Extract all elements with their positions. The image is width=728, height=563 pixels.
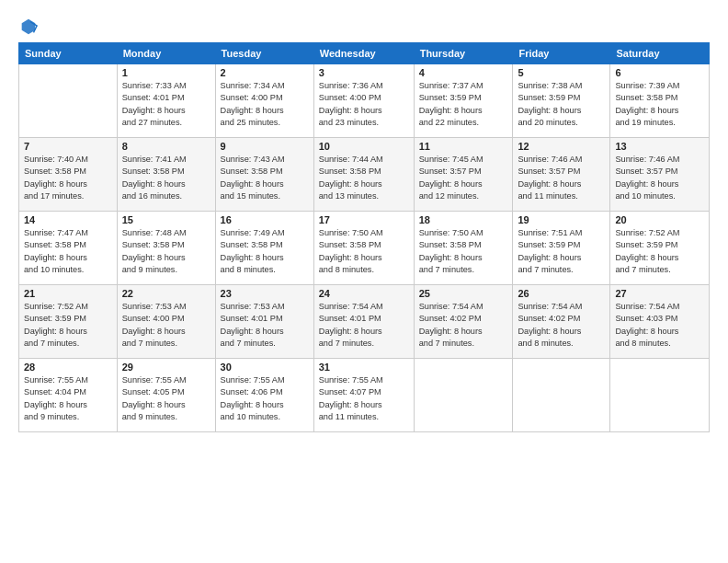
day-number: 9 — [221, 141, 309, 152]
calendar-cell: 3Sunrise: 7:36 AM Sunset: 4:00 PM Daylig… — [313, 64, 414, 138]
day-number: 17 — [319, 214, 409, 225]
day-info: Sunrise: 7:50 AM Sunset: 3:58 PM Dayligh… — [419, 227, 508, 276]
day-number: 19 — [518, 214, 605, 225]
day-info: Sunrise: 7:39 AM Sunset: 3:58 PM Dayligh… — [615, 80, 704, 129]
day-info: Sunrise: 7:46 AM Sunset: 3:57 PM Dayligh… — [518, 154, 605, 202]
week-row-5: 28Sunrise: 7:55 AM Sunset: 4:04 PM Dayli… — [19, 359, 710, 432]
day-number: 14 — [24, 214, 112, 225]
day-number: 20 — [615, 214, 704, 225]
day-info: Sunrise: 7:44 AM Sunset: 3:58 PM Dayligh… — [319, 154, 409, 202]
calendar-cell — [414, 359, 513, 432]
day-number: 27 — [615, 288, 704, 299]
calendar-cell: 16Sunrise: 7:49 AM Sunset: 3:58 PM Dayli… — [215, 212, 313, 285]
calendar-cell: 2Sunrise: 7:34 AM Sunset: 4:00 PM Daylig… — [215, 64, 313, 138]
day-number: 16 — [221, 214, 309, 225]
calendar-cell: 12Sunrise: 7:46 AM Sunset: 3:57 PM Dayli… — [513, 138, 610, 212]
weekday-header-saturday: Saturday — [610, 43, 710, 64]
calendar-cell: 11Sunrise: 7:45 AM Sunset: 3:57 PM Dayli… — [414, 138, 513, 212]
calendar-cell: 29Sunrise: 7:55 AM Sunset: 4:05 PM Dayli… — [117, 359, 215, 432]
day-number: 26 — [518, 288, 605, 299]
calendar-cell: 17Sunrise: 7:50 AM Sunset: 3:58 PM Dayli… — [313, 212, 414, 285]
day-number: 29 — [122, 362, 210, 373]
calendar-cell: 20Sunrise: 7:52 AM Sunset: 3:59 PM Dayli… — [610, 212, 710, 285]
day-number: 3 — [319, 67, 409, 78]
calendar-cell — [610, 359, 710, 432]
day-info: Sunrise: 7:38 AM Sunset: 3:59 PM Dayligh… — [518, 80, 605, 129]
weekday-header-thursday: Thursday — [414, 43, 513, 64]
day-info: Sunrise: 7:55 AM Sunset: 4:06 PM Dayligh… — [221, 374, 309, 423]
calendar-cell: 13Sunrise: 7:46 AM Sunset: 3:57 PM Dayli… — [610, 138, 710, 212]
calendar-cell: 30Sunrise: 7:55 AM Sunset: 4:06 PM Dayli… — [215, 359, 313, 432]
day-info: Sunrise: 7:45 AM Sunset: 3:57 PM Dayligh… — [419, 154, 508, 202]
day-info: Sunrise: 7:54 AM Sunset: 4:02 PM Dayligh… — [518, 301, 605, 350]
day-info: Sunrise: 7:54 AM Sunset: 4:01 PM Dayligh… — [319, 301, 409, 350]
day-number: 23 — [221, 288, 309, 299]
calendar-cell: 15Sunrise: 7:48 AM Sunset: 3:58 PM Dayli… — [117, 212, 215, 285]
day-number: 25 — [419, 288, 508, 299]
calendar-cell: 10Sunrise: 7:44 AM Sunset: 3:58 PM Dayli… — [313, 138, 414, 212]
calendar-cell: 23Sunrise: 7:53 AM Sunset: 4:01 PM Dayli… — [215, 285, 313, 359]
weekday-header-sunday: Sunday — [19, 43, 118, 64]
day-info: Sunrise: 7:36 AM Sunset: 4:00 PM Dayligh… — [319, 80, 409, 129]
calendar-cell: 26Sunrise: 7:54 AM Sunset: 4:02 PM Dayli… — [513, 285, 610, 359]
calendar-cell: 4Sunrise: 7:37 AM Sunset: 3:59 PM Daylig… — [414, 64, 513, 138]
week-row-4: 21Sunrise: 7:52 AM Sunset: 3:59 PM Dayli… — [19, 285, 710, 359]
day-info: Sunrise: 7:50 AM Sunset: 3:58 PM Dayligh… — [319, 227, 409, 276]
day-info: Sunrise: 7:55 AM Sunset: 4:05 PM Dayligh… — [122, 374, 210, 423]
day-number: 8 — [122, 141, 210, 152]
day-info: Sunrise: 7:51 AM Sunset: 3:59 PM Dayligh… — [518, 227, 605, 276]
day-number: 13 — [615, 141, 704, 152]
weekday-header-friday: Friday — [513, 43, 610, 64]
calendar-cell — [513, 359, 610, 432]
day-number: 4 — [419, 67, 508, 78]
day-number: 18 — [419, 214, 508, 225]
day-number: 11 — [419, 141, 508, 152]
day-number: 15 — [122, 214, 210, 225]
day-number: 31 — [319, 362, 409, 373]
calendar-cell: 27Sunrise: 7:54 AM Sunset: 4:03 PM Dayli… — [610, 285, 710, 359]
week-row-1: 1Sunrise: 7:33 AM Sunset: 4:01 PM Daylig… — [19, 64, 710, 138]
day-info: Sunrise: 7:33 AM Sunset: 4:01 PM Dayligh… — [122, 80, 210, 129]
day-number: 24 — [319, 288, 409, 299]
day-info: Sunrise: 7:52 AM Sunset: 3:59 PM Dayligh… — [615, 227, 704, 276]
day-number: 22 — [122, 288, 210, 299]
calendar-cell: 8Sunrise: 7:41 AM Sunset: 3:58 PM Daylig… — [117, 138, 215, 212]
logo-icon — [18, 17, 39, 37]
day-info: Sunrise: 7:49 AM Sunset: 3:58 PM Dayligh… — [221, 227, 309, 276]
day-info: Sunrise: 7:40 AM Sunset: 3:58 PM Dayligh… — [24, 154, 112, 202]
calendar-cell: 22Sunrise: 7:53 AM Sunset: 4:00 PM Dayli… — [117, 285, 215, 359]
day-number: 30 — [221, 362, 309, 373]
day-number: 12 — [518, 141, 605, 152]
calendar-cell: 6Sunrise: 7:39 AM Sunset: 3:58 PM Daylig… — [610, 64, 710, 138]
day-info: Sunrise: 7:54 AM Sunset: 4:02 PM Dayligh… — [419, 301, 508, 350]
header — [18, 17, 710, 37]
day-number: 6 — [615, 67, 704, 78]
day-info: Sunrise: 7:46 AM Sunset: 3:57 PM Dayligh… — [615, 154, 704, 202]
weekday-header-wednesday: Wednesday — [313, 43, 414, 64]
calendar-cell: 7Sunrise: 7:40 AM Sunset: 3:58 PM Daylig… — [19, 138, 118, 212]
day-number: 21 — [24, 288, 112, 299]
day-info: Sunrise: 7:41 AM Sunset: 3:58 PM Dayligh… — [122, 154, 210, 202]
day-info: Sunrise: 7:55 AM Sunset: 4:04 PM Dayligh… — [24, 374, 112, 423]
calendar-page: SundayMondayTuesdayWednesdayThursdayFrid… — [0, 0, 728, 563]
day-info: Sunrise: 7:53 AM Sunset: 4:01 PM Dayligh… — [221, 301, 309, 350]
day-number: 1 — [122, 67, 210, 78]
calendar-cell: 28Sunrise: 7:55 AM Sunset: 4:04 PM Dayli… — [19, 359, 118, 432]
day-number: 2 — [221, 67, 309, 78]
weekday-header-row: SundayMondayTuesdayWednesdayThursdayFrid… — [19, 43, 710, 64]
day-info: Sunrise: 7:43 AM Sunset: 3:58 PM Dayligh… — [221, 154, 309, 202]
day-info: Sunrise: 7:48 AM Sunset: 3:58 PM Dayligh… — [122, 227, 210, 276]
calendar-cell: 18Sunrise: 7:50 AM Sunset: 3:58 PM Dayli… — [414, 212, 513, 285]
day-info: Sunrise: 7:34 AM Sunset: 4:00 PM Dayligh… — [221, 80, 309, 129]
day-number: 28 — [24, 362, 112, 373]
day-info: Sunrise: 7:55 AM Sunset: 4:07 PM Dayligh… — [319, 374, 409, 423]
calendar-cell — [19, 64, 118, 138]
day-info: Sunrise: 7:54 AM Sunset: 4:03 PM Dayligh… — [615, 301, 704, 350]
calendar-cell: 24Sunrise: 7:54 AM Sunset: 4:01 PM Dayli… — [313, 285, 414, 359]
day-number: 10 — [319, 141, 409, 152]
weekday-header-monday: Monday — [117, 43, 215, 64]
weekday-header-tuesday: Tuesday — [215, 43, 313, 64]
calendar-cell: 1Sunrise: 7:33 AM Sunset: 4:01 PM Daylig… — [117, 64, 215, 138]
day-info: Sunrise: 7:52 AM Sunset: 3:59 PM Dayligh… — [24, 301, 112, 350]
week-row-3: 14Sunrise: 7:47 AM Sunset: 3:58 PM Dayli… — [19, 212, 710, 285]
